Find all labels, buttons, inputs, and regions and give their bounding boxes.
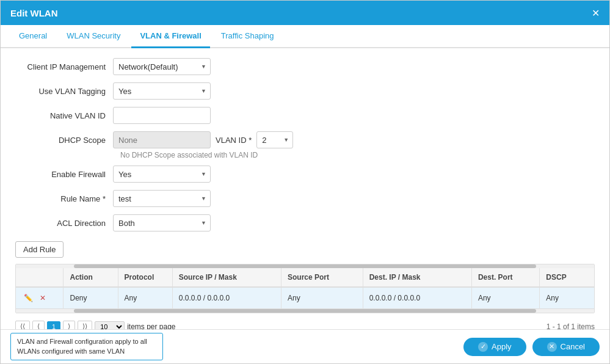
dhcp-scope-row: DHCP Scope VLAN ID * 2 xyxy=(15,131,595,148)
row-dscp: Any xyxy=(540,287,594,309)
vlan-id-group: VLAN ID * 2 xyxy=(216,131,293,148)
use-vlan-tagging-row: Use VLAN Tagging Yes No xyxy=(15,82,595,100)
use-vlan-tagging-label: Use VLAN Tagging xyxy=(15,87,113,96)
modal-header: Edit WLAN ✕ xyxy=(1,1,609,25)
acl-direction-row: ACL Direction Both In Out xyxy=(15,214,595,231)
native-vlan-id-row: Native VLAN ID 2 xyxy=(15,107,595,124)
row-dest-port: Any xyxy=(471,287,539,309)
cancel-button[interactable]: ✕ Cancel xyxy=(532,338,600,356)
items-per-page-group: 10 25 50 100 items per page xyxy=(95,321,175,330)
table-scrollbar-top[interactable] xyxy=(16,264,594,268)
vlan-id-label: VLAN ID * xyxy=(216,136,252,145)
items-per-page-label: items per page xyxy=(127,322,175,330)
th-dest-ip-mask: Dest. IP / Mask xyxy=(363,268,471,287)
no-dhcp-message: No DHCP Scope associated with VLAN ID xyxy=(120,151,595,159)
prev-page-button[interactable]: ⟨ xyxy=(32,321,45,329)
table-row: ✏️ ✕ Deny Any 0.0.0.0 / 0.0.0.0 Any 0.0.… xyxy=(16,287,594,309)
dhcp-scope-label: DHCP Scope xyxy=(15,136,113,145)
use-vlan-tagging-wrapper: Yes No xyxy=(113,82,211,100)
row-source-port: Any xyxy=(281,287,363,309)
modal-title: Edit WLAN xyxy=(10,8,57,18)
vlan-id-select-wrapper: 2 xyxy=(256,131,293,148)
table-header: Action Protocol Source IP / Mask Source … xyxy=(16,268,594,287)
table-body: ✏️ ✕ Deny Any 0.0.0.0 / 0.0.0.0 Any 0.0.… xyxy=(16,287,594,309)
rule-name-wrapper: test xyxy=(113,190,211,207)
th-source-port: Source Port xyxy=(281,268,363,287)
cancel-icon: ✕ xyxy=(547,342,557,352)
items-count: 1 - 1 of 1 items xyxy=(546,322,595,330)
apply-button[interactable]: ✓ Apply xyxy=(463,338,526,356)
native-vlan-id-input[interactable]: 2 xyxy=(113,107,211,124)
last-page-button[interactable]: ⟩⟩ xyxy=(78,321,92,329)
delete-row-button[interactable]: ✕ xyxy=(37,292,49,304)
add-rule-button[interactable]: Add Rule xyxy=(15,241,64,258)
pagination: ⟨⟨ ⟨ 1 ⟩ ⟩⟩ 10 25 50 100 items per page … xyxy=(15,317,595,329)
client-ip-management-wrapper: Network(Default) Bridge Mode NAT Mode xyxy=(113,58,211,75)
row-actions-cell: ✏️ ✕ xyxy=(16,287,64,309)
client-ip-management-select[interactable]: Network(Default) Bridge Mode NAT Mode xyxy=(113,58,211,75)
rule-name-label: Rule Name * xyxy=(15,194,113,203)
modal-footer: VLAN and Firewall configuration apply to… xyxy=(1,329,609,363)
first-page-button[interactable]: ⟨⟨ xyxy=(15,321,30,329)
tab-general[interactable]: General xyxy=(10,25,56,48)
footer-buttons: ✓ Apply ✕ Cancel xyxy=(463,338,600,356)
th-dest-port: Dest. Port xyxy=(471,268,539,287)
apply-label: Apply xyxy=(492,342,512,351)
footer-info-text: VLAN and Firewall configuration apply to… xyxy=(10,333,163,360)
modal-body: Client IP Management Network(Default) Br… xyxy=(1,48,609,329)
enable-firewall-wrapper: Yes No xyxy=(113,166,211,183)
dhcp-scope-input[interactable] xyxy=(113,131,211,148)
enable-firewall-select[interactable]: Yes No xyxy=(113,166,211,183)
edit-wlan-modal: Edit WLAN ✕ General WLAN Security VLAN &… xyxy=(0,0,610,364)
firewall-rules-table: Action Protocol Source IP / Mask Source … xyxy=(16,268,594,309)
th-row-actions xyxy=(16,268,64,287)
enable-firewall-row: Enable Firewall Yes No xyxy=(15,166,595,183)
use-vlan-tagging-select[interactable]: Yes No xyxy=(113,82,211,100)
th-dscp: DSCP xyxy=(540,268,594,287)
th-source-ip-mask: Source IP / Mask xyxy=(172,268,281,287)
vlan-id-select[interactable]: 2 xyxy=(256,131,293,148)
items-per-page-select[interactable]: 10 25 50 100 xyxy=(95,321,125,330)
tab-vlan-firewall[interactable]: VLAN & Firewall xyxy=(131,25,209,48)
th-action: Action xyxy=(64,268,118,287)
next-page-button[interactable]: ⟩ xyxy=(63,321,75,329)
close-button[interactable]: ✕ xyxy=(592,7,600,19)
row-actions: ✏️ ✕ xyxy=(22,292,57,304)
rule-name-row: Rule Name * test xyxy=(15,190,595,207)
acl-direction-select[interactable]: Both In Out xyxy=(113,214,211,231)
table-scrollbar-bottom[interactable] xyxy=(16,309,594,313)
scrollbar-thumb-bottom xyxy=(74,309,537,313)
current-page-button[interactable]: 1 xyxy=(47,321,60,330)
row-protocol: Any xyxy=(118,287,172,309)
row-dest-ip-mask: 0.0.0.0 / 0.0.0.0 xyxy=(363,287,471,309)
scrollbar-thumb-top xyxy=(74,264,537,268)
tab-traffic-shaping[interactable]: Traffic Shaping xyxy=(212,25,283,48)
apply-icon: ✓ xyxy=(478,342,488,352)
row-source-ip-mask: 0.0.0.0 / 0.0.0.0 xyxy=(172,287,281,309)
acl-direction-wrapper: Both In Out xyxy=(113,214,211,231)
native-vlan-id-label: Native VLAN ID xyxy=(15,111,113,120)
rule-name-select[interactable]: test xyxy=(113,190,211,207)
client-ip-management-label: Client IP Management xyxy=(15,62,113,71)
row-action: Deny xyxy=(64,287,118,309)
cancel-label: Cancel xyxy=(561,342,585,351)
acl-direction-label: ACL Direction xyxy=(15,219,113,228)
th-protocol: Protocol xyxy=(118,268,172,287)
firewall-rules-table-container: Action Protocol Source IP / Mask Source … xyxy=(15,264,595,313)
edit-row-button[interactable]: ✏️ xyxy=(22,292,34,304)
enable-firewall-label: Enable Firewall xyxy=(15,170,113,179)
client-ip-management-row: Client IP Management Network(Default) Br… xyxy=(15,58,595,75)
tab-wlan-security[interactable]: WLAN Security xyxy=(58,25,129,48)
tab-bar: General WLAN Security VLAN & Firewall Tr… xyxy=(1,25,609,48)
